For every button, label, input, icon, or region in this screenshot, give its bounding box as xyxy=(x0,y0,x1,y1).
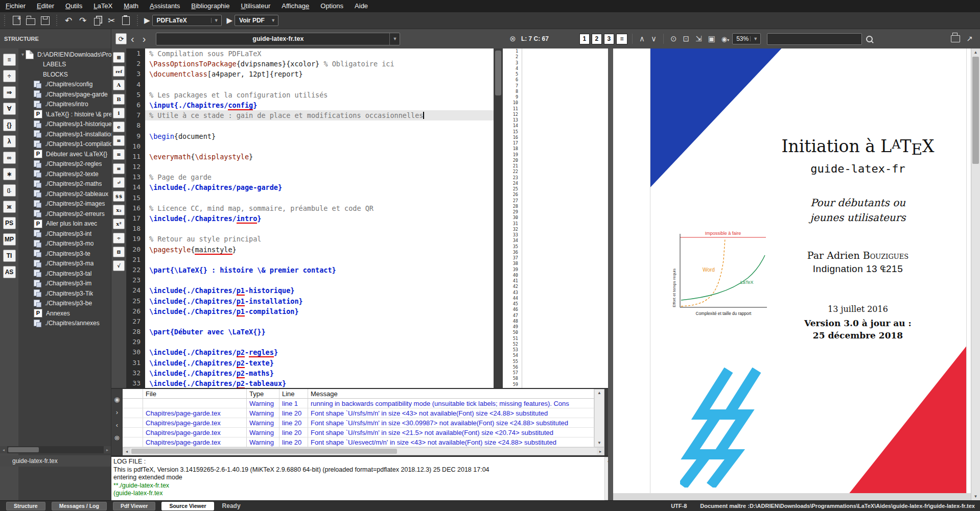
scrollbar-thumb[interactable] xyxy=(495,51,501,95)
tree-item[interactable]: ./Chapitres/p2-texte xyxy=(18,169,111,179)
pdf-horizontal-scrollbar[interactable] xyxy=(613,493,971,500)
save-icon[interactable] xyxy=(38,14,52,27)
label-ref-icon[interactable]: ref xyxy=(113,66,125,77)
code-line[interactable]: \begin{document} xyxy=(145,131,494,141)
print-icon[interactable] xyxy=(951,35,960,42)
code-line[interactable]: \include{./Chapitres/p2-regles} xyxy=(145,347,494,357)
presentation-mode-icon[interactable]: ◉▾ xyxy=(721,35,729,43)
inline-math-icon[interactable]: $$ xyxy=(113,191,125,202)
code-line[interactable] xyxy=(145,224,494,234)
code-line[interactable]: \include{./Chapitres/p1-installation} xyxy=(145,296,494,306)
wide-figure-icon[interactable]: ⊞ xyxy=(113,52,125,63)
log-viewer[interactable]: LOG FILE :This is pdfTeX, Version 3.1415… xyxy=(111,457,604,500)
menu-options[interactable]: Options xyxy=(315,0,349,12)
code-line[interactable] xyxy=(145,141,494,152)
code-line[interactable]: \PassOptionsToPackage{dvipsnames}{xcolor… xyxy=(145,59,494,69)
code-line[interactable] xyxy=(145,275,494,285)
greek-letters-icon[interactable]: λ xyxy=(3,135,16,148)
previous-document-icon[interactable]: ‹ xyxy=(127,34,138,44)
description-icon[interactable]: ≡ xyxy=(113,163,125,174)
code-editor[interactable]: % Compilation sous PDFLaTeX\PassOptionsT… xyxy=(145,48,494,389)
code-line[interactable]: \include{./Chapitres/p2-tableaux} xyxy=(145,378,494,388)
tree-item[interactable]: ./Chapitres/p3-be xyxy=(18,299,111,309)
code-line[interactable] xyxy=(145,255,494,265)
tree-item[interactable]: ./Chapitres/p2-tableaux xyxy=(18,189,111,199)
menu-math[interactable]: Math xyxy=(118,0,144,12)
code-line[interactable]: \part{Débuter avec \LaTeX{}} xyxy=(145,327,494,337)
code-line[interactable]: % Retour au style principal xyxy=(145,234,494,244)
message-row[interactable]: Warningline 1running in backwards compat… xyxy=(123,399,594,408)
tree-item[interactable]: ./Chapitres/p1-compilation xyxy=(18,139,111,150)
scrollbar-thumb[interactable] xyxy=(131,449,397,454)
open-file-list-item[interactable]: guide-latex-fr.tex xyxy=(0,455,111,467)
tree-item[interactable]: ./Chapitres/p2-erreurs xyxy=(18,209,111,219)
superscript-icon[interactable]: x² xyxy=(113,218,125,229)
italic-icon[interactable]: i xyxy=(113,108,125,118)
menu-utilisateur[interactable]: Utilisateur xyxy=(235,0,276,12)
tree-item[interactable]: PAnnexes xyxy=(18,308,111,319)
menu-fichier[interactable]: Fichier xyxy=(0,0,31,12)
code-line[interactable] xyxy=(145,337,494,347)
code-line[interactable] xyxy=(145,317,494,327)
compiler-dropdown[interactable]: PDFLaTeX ▼ xyxy=(152,15,222,26)
pdf-search-input[interactable] xyxy=(767,33,862,45)
refresh-structure-icon[interactable]: ⟳ xyxy=(115,33,127,44)
tree-item[interactable]: ./Chapitres/p3-tal xyxy=(18,269,111,279)
pdf-pages-per-row-button[interactable]: 3 xyxy=(604,34,614,44)
panel-tab-messages-log[interactable]: Messages / Log xyxy=(52,502,107,510)
stop-process-icon[interactable]: ⊗ xyxy=(509,34,516,43)
tree-item[interactable]: PDébuter avec \LaTeX{} xyxy=(18,149,111,159)
font-size-icon[interactable]: A xyxy=(113,80,125,90)
scroll-left-icon[interactable]: ◂ xyxy=(123,448,130,455)
delimiters-icon[interactable]: {} xyxy=(3,119,16,131)
tree-item[interactable]: ./Chapitres/p3-int xyxy=(18,229,111,239)
most-used-icon[interactable]: ∞ xyxy=(3,152,16,164)
message-row[interactable]: Chapitres/page-garde.texWarningline 20Fo… xyxy=(123,408,594,418)
pdf-splitter[interactable] xyxy=(608,48,613,500)
code-line[interactable]: % Licence CC, mind map, sommaire, préamb… xyxy=(145,203,494,213)
scroll-down-icon[interactable]: ▼ xyxy=(971,493,980,500)
international-accents-icon[interactable]: (]. xyxy=(3,184,16,197)
editor-vertical-scrollbar[interactable] xyxy=(494,48,503,389)
continuous-view-icon[interactable]: ≡ xyxy=(616,34,627,44)
scroll-down-icon[interactable]: ▼ xyxy=(595,440,604,447)
open-file-dropdown[interactable]: guide-latex-fr.tex ▼ xyxy=(156,33,400,45)
pdf-pages-per-row-button[interactable]: 2 xyxy=(592,34,602,44)
tikz-icon[interactable]: TI xyxy=(3,250,16,262)
code-line[interactable] xyxy=(145,120,494,131)
code-line[interactable]: \include{./Chapitres/intro} xyxy=(145,213,494,224)
zoom-selection-icon[interactable]: ⊡ xyxy=(683,34,689,43)
tree-item[interactable]: ./Chapitres/intro xyxy=(18,100,111,110)
code-line[interactable]: \part{\LaTeX{} : histoire \& premier con… xyxy=(145,265,494,275)
copy-icon[interactable] xyxy=(90,14,104,27)
tree-item[interactable]: BLOCKS xyxy=(18,69,111,80)
previous-error-icon[interactable]: ‹ xyxy=(116,419,118,431)
scrollbar-thumb[interactable] xyxy=(972,57,979,164)
message-row[interactable]: Chapitres/page-garde.texWarningline 20Fo… xyxy=(123,418,594,428)
subscript-icon[interactable]: x₂ xyxy=(113,205,125,215)
cut-icon[interactable]: ✂ xyxy=(105,14,118,27)
sqrt-icon[interactable]: √ xyxy=(113,260,125,271)
run-compile-button[interactable]: ▶ xyxy=(144,16,150,25)
pstricks-icon[interactable]: PS xyxy=(3,217,16,229)
tree-item[interactable]: ./Chapitres/p2-maths xyxy=(18,179,111,189)
search-icon[interactable] xyxy=(866,36,873,42)
code-line[interactable]: % Compilation sous PDFLaTeX xyxy=(145,48,494,59)
unicode-symbols-icon[interactable]: ж xyxy=(3,201,16,213)
menu-editer[interactable]: Editer xyxy=(31,0,60,12)
stop-icon[interactable]: ⊗ xyxy=(114,431,120,444)
enumerate-icon[interactable]: ≡ xyxy=(113,149,125,160)
panel-tab-structure[interactable]: Structure xyxy=(6,502,45,510)
paste-icon[interactable] xyxy=(119,14,132,27)
scroll-up-icon[interactable]: ▲ xyxy=(595,390,604,397)
code-line[interactable]: \pagestyle{mainstyle} xyxy=(145,245,494,255)
tree-item[interactable]: ./Chapitres/p3-im xyxy=(18,279,111,289)
tree-item[interactable]: ./Chapitres/p3-mo xyxy=(18,239,111,249)
newline-icon[interactable]: ↵ xyxy=(113,177,125,188)
message-row[interactable]: Chapitres/page-garde.texWarningline 20Fo… xyxy=(123,428,594,437)
tree-item[interactable]: ./Chapitres/p3-Tik xyxy=(18,288,111,299)
tree-item[interactable]: ./Chapitres/p3-te xyxy=(18,249,111,259)
fit-page-icon[interactable]: ▣ xyxy=(708,34,715,43)
scroll-right-icon[interactable]: ▸ xyxy=(104,446,111,453)
code-line[interactable]: % Utile à ce stade : gain de place et mo… xyxy=(145,110,494,120)
